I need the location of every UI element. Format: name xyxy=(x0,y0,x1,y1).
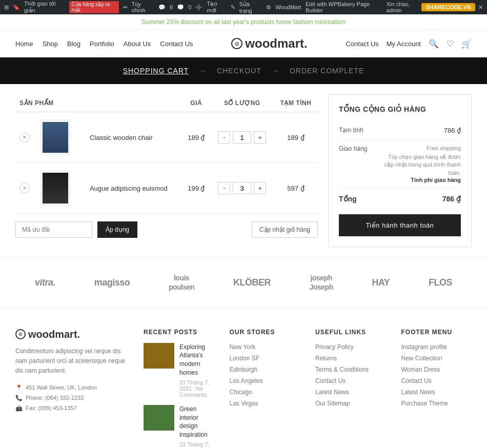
remove-item-1[interactable]: × xyxy=(19,132,30,142)
nav-links: Home Shop Blog Portfolio About Us Contac… xyxy=(15,40,193,48)
admin-bar-wm[interactable]: WoodMart xyxy=(275,4,301,10)
footer-useful-links-col: USEFUL LINKS Privacy Policy Returns Term… xyxy=(315,329,386,448)
nav-about[interactable]: About Us xyxy=(124,40,151,48)
nav-blog[interactable]: Blog xyxy=(67,40,80,48)
nav-portfolio[interactable]: Portfolio xyxy=(90,40,114,48)
post-date-text-1: 23 Tháng 7, 2021 xyxy=(179,379,210,392)
brand-joseph: josephJoseph xyxy=(310,273,333,292)
store-link-1[interactable]: New York xyxy=(230,343,256,351)
nav-contact-us[interactable]: Contact Us xyxy=(346,40,378,48)
useful-link-news[interactable]: Latest News xyxy=(315,389,349,396)
shipping-desc: Tùy chọn giao hàng sẽ được cập nhật tron… xyxy=(379,153,461,177)
brand-klober: KLÖBER xyxy=(233,277,271,288)
wm-icon: ⚙ xyxy=(266,4,271,11)
useful-link-sitemap[interactable]: Our Sitemap xyxy=(315,400,350,407)
brand-vitra: vitra. xyxy=(35,277,55,288)
footer-logo[interactable]: ⊙ woodmart. xyxy=(15,329,128,340)
post-item-2: Green interior design inspiration 23 Thá… xyxy=(144,405,214,448)
comment-icon: 💬 xyxy=(158,4,166,11)
qty-minus-1[interactable]: - xyxy=(218,131,230,144)
store-link-4[interactable]: Los Angeles xyxy=(230,377,263,384)
site-icon: 🔖 xyxy=(13,4,20,11)
useful-link-contact[interactable]: Contact Us xyxy=(315,377,346,384)
search-icon[interactable]: 🔍 xyxy=(429,39,439,49)
qty-plus-1[interactable]: + xyxy=(254,131,266,144)
total-row: Tổng 786 ₫ xyxy=(339,189,461,209)
nav-home[interactable]: Home xyxy=(15,40,33,48)
qty-input-1[interactable] xyxy=(233,131,251,144)
qty-input-2[interactable] xyxy=(233,182,251,194)
useful-link-returns[interactable]: Returns xyxy=(315,355,337,362)
store-link-6[interactable]: Las Vegas xyxy=(230,400,258,407)
subtotal-label: Tạm tính xyxy=(339,127,363,134)
admin-bar-highlight[interactable]: Cửa hàng sắp ra mắt xyxy=(69,1,119,13)
logo-text: woodmart. xyxy=(245,36,307,51)
logo[interactable]: ⊙ woodmart. xyxy=(231,36,307,51)
col-product: SẢN PHẨM xyxy=(15,94,182,112)
recent-posts-title: RECENT POSTS xyxy=(144,329,214,336)
stores-list: New York London SF Edinburgh Los Angeles… xyxy=(230,343,300,407)
useful-link-3: Terms & Conditions xyxy=(315,365,386,373)
store-link-3[interactable]: Edinburgh xyxy=(230,366,258,373)
shipping-calc-link[interactable]: Tính phí giao hàng xyxy=(379,177,461,183)
post-title-2[interactable]: Green interior design inspiration xyxy=(179,405,214,439)
useful-link-5: Latest News xyxy=(315,388,386,396)
footer-menu-latest[interactable]: Latest News xyxy=(401,389,435,396)
cart-totals: TỔNG CỘNG GIỎ HÀNG Tạm tính 786 ₫ Giao h… xyxy=(328,94,472,247)
post-date-1: 23 Tháng 7, 2021 No Comments xyxy=(179,379,214,398)
step-checkout[interactable]: CHECKOUT xyxy=(217,67,261,75)
arrow-icon-1: → xyxy=(199,67,207,75)
footer-menu-new-collection[interactable]: New Collection xyxy=(401,355,442,362)
cart-table: SẢN PHẨM GIÁ SỐ LƯỢNG TẠM TÍNH × xyxy=(15,94,318,214)
admin-bar-count2: 0 xyxy=(188,4,191,10)
useful-link-privacy[interactable]: Privacy Policy xyxy=(315,343,354,351)
footer-menu-5: Latest News xyxy=(401,388,472,396)
subtotal-value: 786 ₫ xyxy=(444,127,461,134)
qty-minus-2[interactable]: - xyxy=(218,182,230,194)
footer-menu-instagram[interactable]: Instagram profile xyxy=(401,343,447,351)
product-price-2: 199 ₫ xyxy=(188,185,205,192)
address-fax: 📠 Fax: (099) 453-1357 xyxy=(15,403,128,414)
checkout-button[interactable]: Tiến hành thanh toán xyxy=(339,214,461,236)
main-content: SẢN PHẨM GIÁ SỐ LƯỢNG TẠM TÍNH × xyxy=(0,84,487,257)
coupon-input[interactable] xyxy=(15,221,92,238)
admin-bar-customize[interactable]: Tùy chỉnh xyxy=(132,1,154,14)
step-shopping-cart[interactable]: SHOPPING CART xyxy=(123,67,189,75)
remove-item-2[interactable]: × xyxy=(19,183,30,193)
store-item-6: Las Vegas xyxy=(230,399,300,407)
steps-bar: SHOPPING CART → CHECKOUT → ORDER COMPLET… xyxy=(0,57,487,84)
cart-icon[interactable]: 🛒 xyxy=(461,39,472,49)
product-price-1: 189 ₫ xyxy=(188,134,205,141)
admin-bar-wpbakery[interactable]: Edit with WPBakery Page Builder xyxy=(306,1,382,13)
store-link-5[interactable]: Chicago xyxy=(230,389,252,396)
post-title-1[interactable]: Exploring Atlanta's modern homes xyxy=(179,343,214,377)
shipping-row: Giao hàng Free shipping Tùy chọn giao hà… xyxy=(339,140,461,189)
footer-menu-6: Purchase Theme xyxy=(401,399,472,407)
close-icon[interactable]: ✕ xyxy=(478,4,483,11)
footer-menu-theme[interactable]: Purchase Theme xyxy=(401,400,448,407)
footer-menu-contact[interactable]: Contact Us xyxy=(401,377,432,384)
admin-bar-new[interactable]: Tạo mới xyxy=(207,1,226,14)
cart-row-1: × Classic wooden chair 189 ₫ xyxy=(15,112,318,163)
address-street: 📍 451 Wall Street, UK, London xyxy=(15,383,128,393)
footer-address: 📍 451 Wall Street, UK, London 📞 Phone: (… xyxy=(15,383,128,413)
nav-my-account[interactable]: My Account xyxy=(387,40,421,48)
wishlist-icon[interactable]: ♡ xyxy=(447,39,454,49)
nav-contact[interactable]: Contact Us xyxy=(160,40,193,48)
apply-coupon-button[interactable]: Áp dụng xyxy=(97,221,137,238)
useful-link-6: Our Sitemap xyxy=(315,399,386,407)
footer-menu-woman-dress[interactable]: Woman Dress xyxy=(401,366,440,373)
footer-about-text: Condimentum adipiscing vel neque dis nam… xyxy=(15,347,128,376)
cart-section: SẢN PHẨM GIÁ SỐ LƯỢNG TẠM TÍNH × xyxy=(15,94,318,247)
useful-link-terms[interactable]: Terms & Conditions xyxy=(315,366,369,373)
useful-link-1: Privacy Policy xyxy=(315,343,386,351)
post-info-2: Green interior design inspiration 23 Thá… xyxy=(179,405,214,448)
qty-plus-2[interactable]: + xyxy=(254,182,266,194)
update-cart-button[interactable]: Cập nhật giỏ hàng xyxy=(252,221,318,238)
store-link-2[interactable]: London SF xyxy=(230,355,260,362)
step-order-complete[interactable]: ORDER COMPLETE xyxy=(290,67,364,75)
promo-text: Summer 25% discount on all last year's p… xyxy=(141,18,346,26)
nav-shop[interactable]: Shop xyxy=(43,40,58,48)
admin-bar-edit[interactable]: Sửa trang xyxy=(239,1,262,14)
brands-section: vitra. magisso louispoulsen KLÖBER josep… xyxy=(0,257,487,308)
